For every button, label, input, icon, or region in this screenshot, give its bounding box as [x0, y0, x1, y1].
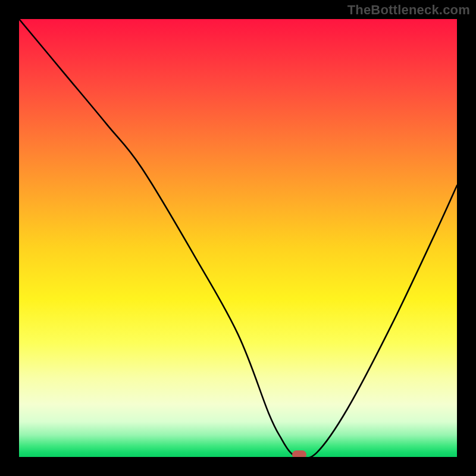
bottleneck-curve: [19, 19, 457, 457]
chart-frame: TheBottleneck.com: [0, 0, 476, 476]
plot-area: [19, 19, 457, 457]
optimal-marker: [292, 450, 306, 457]
watermark-text: TheBottleneck.com: [347, 2, 470, 18]
